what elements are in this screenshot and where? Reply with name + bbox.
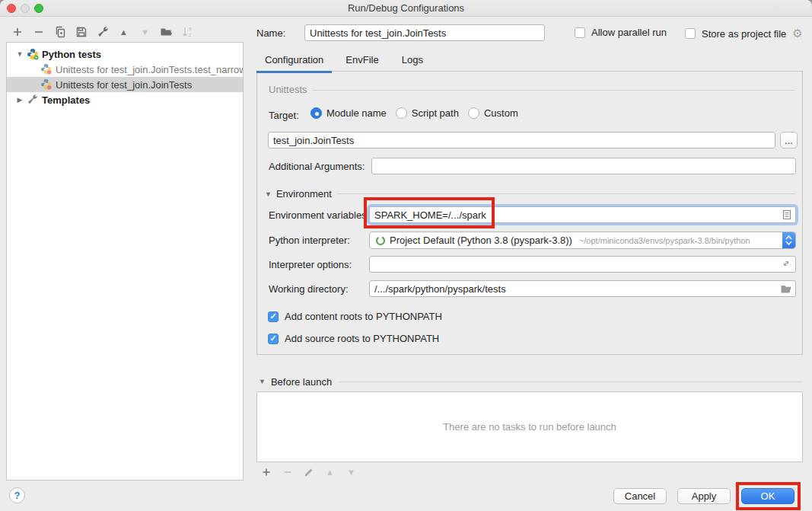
working-directory-label: Working directory: — [269, 283, 349, 295]
radio-label: Module name — [326, 107, 387, 119]
python-interpreter-select[interactable]: Project Default (Python 3.8 (pyspark-3.8… — [369, 232, 796, 249]
additional-arguments-label: Additional Arguments: — [269, 161, 365, 172]
allow-parallel-run-label: Allow parallel run — [591, 27, 667, 38]
tab-logs[interactable]: Logs — [393, 53, 431, 71]
python-test-config-icon — [40, 78, 53, 91]
group-separator — [312, 90, 794, 91]
module-name-input[interactable] — [268, 132, 775, 149]
additional-arguments-input[interactable] — [371, 158, 796, 174]
before-launch-task-list: There are no tasks to run before launch — [256, 391, 803, 462]
working-directory-input[interactable] — [369, 280, 796, 297]
edit-variables-list-icon[interactable] — [782, 209, 791, 222]
new-folder-icon[interactable] — [160, 26, 173, 39]
chevron-collapsed-icon[interactable]: ▶ — [16, 96, 24, 104]
before-launch-section-header[interactable]: ▼ Before launch — [259, 375, 803, 388]
radio-module-name[interactable]: Module name — [310, 107, 387, 119]
configurations-tree: ▼ Python tests Unittests for test_join.J… — [6, 42, 244, 481]
apply-button[interactable]: Apply — [677, 488, 731, 504]
environment-variables-label: Environment variables: — [269, 209, 369, 221]
edit-task-icon — [302, 466, 315, 479]
edit-templates-icon[interactable] — [96, 26, 109, 39]
add-source-roots-checkbox[interactable]: Add source roots to PYTHONPATH — [268, 333, 439, 344]
interpreter-options-input[interactable] — [369, 256, 796, 273]
move-task-down-icon — [345, 466, 358, 479]
checkbox-label: Add source roots to PYTHONPATH — [285, 333, 439, 344]
tree-item-python-tests[interactable]: ▼ Python tests — [7, 46, 243, 62]
checkbox-checked-icon[interactable] — [268, 334, 279, 344]
radio-label: Custom — [484, 107, 518, 119]
tab-envfile[interactable]: EnvFile — [337, 53, 387, 71]
add-configuration-icon[interactable] — [11, 26, 24, 39]
tree-item-label: Templates — [42, 94, 90, 106]
environment-section-header[interactable]: ▼ Environment — [265, 188, 796, 200]
svg-text:a: a — [189, 26, 192, 31]
radio-script-path[interactable]: Script path — [396, 107, 459, 119]
python-interpreter-label: Python interpreter: — [269, 235, 350, 246]
help-button[interactable]: ? — [9, 487, 25, 503]
radio-custom[interactable]: Custom — [468, 107, 518, 119]
copy-configuration-icon[interactable] — [53, 26, 66, 39]
move-up-icon[interactable] — [117, 26, 130, 39]
interpreter-name: Project Default (Python 3.8 (pyspark-3.8… — [390, 235, 572, 246]
name-label: Name: — [256, 27, 285, 39]
browse-folder-icon[interactable] — [781, 284, 791, 295]
checkbox-checked-icon[interactable] — [268, 311, 279, 322]
python-test-config-icon — [40, 63, 53, 75]
sort-configurations-icon: a z — [181, 26, 194, 39]
add-task-icon[interactable] — [260, 466, 272, 479]
radio-label: Script path — [412, 107, 459, 119]
chevron-expanded-icon[interactable]: ▼ — [16, 50, 24, 58]
remove-configuration-icon[interactable] — [32, 26, 45, 39]
configurations-toolbar: a z — [11, 24, 194, 40]
python-tests-icon — [27, 48, 39, 60]
tree-item-unittests-test-narrow[interactable]: Unittests for test_join.JoinTests.test_n… — [7, 62, 243, 77]
tree-item-label: Python tests — [42, 49, 101, 60]
radio-unselected-icon[interactable] — [396, 107, 407, 119]
save-configuration-icon[interactable] — [75, 26, 88, 39]
before-launch-label: Before launch — [271, 376, 332, 388]
add-content-roots-checkbox[interactable]: Add content roots to PYTHONPATH — [268, 311, 442, 322]
move-task-up-icon — [323, 466, 336, 479]
interpreter-path: ~/opt/miniconda3/envs/pyspark-3.8/bin/py… — [579, 236, 750, 245]
tab-configuration[interactable]: Configuration — [256, 53, 332, 71]
checkbox-label: Add content roots to PYTHONPATH — [285, 311, 442, 322]
group-separator — [339, 382, 803, 382]
templates-wrench-icon — [27, 94, 39, 106]
tree-item-unittests-jointests[interactable]: Unittests for test_join.JoinTests — [7, 77, 243, 92]
browse-module-button[interactable]: ... — [780, 132, 798, 149]
target-label: Target: — [269, 110, 299, 121]
cancel-button[interactable]: Cancel — [613, 488, 667, 504]
store-as-project-file-label: Store as project file — [702, 28, 786, 40]
configuration-panel: Unittests Target: Module name Script pat… — [256, 71, 803, 355]
section-collapse-icon[interactable]: ▼ — [259, 378, 266, 385]
ok-button[interactable]: OK — [741, 488, 794, 504]
remove-task-icon — [281, 466, 294, 479]
interpreter-options-label: Interpreter options: — [269, 259, 352, 270]
titlebar: Run/Debug Configurations — [0, 0, 812, 17]
expand-field-icon[interactable] — [782, 259, 791, 270]
tree-item-label: Unittests for test_join.JoinTests.test_n… — [56, 64, 243, 75]
target-radio-group: Module name Script path Custom — [310, 107, 527, 119]
unittests-group-label: Unittests — [269, 84, 307, 95]
select-stepper-icon[interactable] — [782, 232, 795, 248]
section-collapse-icon[interactable]: ▼ — [265, 190, 272, 198]
gear-icon[interactable]: ⚙ — [792, 27, 802, 40]
before-launch-empty-text: There are no tasks to run before launch — [257, 421, 802, 433]
environment-group-label: Environment — [276, 188, 332, 200]
conda-environment-icon — [375, 235, 386, 246]
radio-selected-icon[interactable] — [310, 107, 322, 119]
before-launch-toolbar — [260, 465, 358, 479]
run-debug-configurations-dialog: Run/Debug Configurations — [0, 0, 812, 511]
radio-unselected-icon[interactable] — [468, 107, 479, 119]
allow-parallel-run-checkbox[interactable]: Allow parallel run — [575, 27, 667, 38]
window-title: Run/Debug Configurations — [0, 2, 812, 14]
tree-item-label: Unittests for test_join.JoinTests — [56, 79, 192, 91]
store-as-project-file-checkbox[interactable]: Store as project file ⚙ — [685, 27, 803, 40]
environment-variables-input[interactable] — [369, 206, 796, 223]
group-separator — [336, 193, 796, 194]
tab-bar: Configuration EnvFile Logs — [256, 53, 431, 71]
checkbox-unchecked-icon[interactable] — [685, 28, 696, 39]
checkbox-unchecked-icon[interactable] — [575, 27, 585, 38]
name-input[interactable] — [304, 24, 545, 41]
tree-item-templates[interactable]: ▶ Templates — [7, 92, 243, 107]
